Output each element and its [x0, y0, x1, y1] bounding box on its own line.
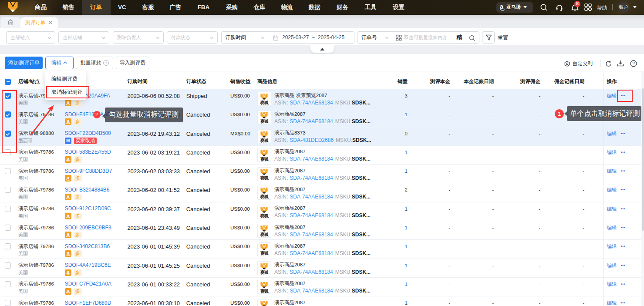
- svg-text:?: ?: [632, 61, 635, 66]
